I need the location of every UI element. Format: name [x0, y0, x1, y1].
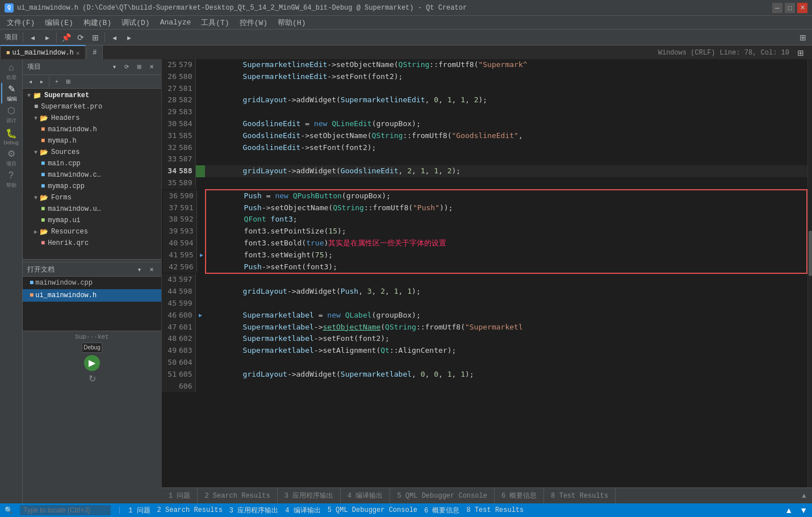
menu-analyze[interactable]: Analyze	[156, 17, 196, 28]
tree-item-pro[interactable]: ■ Supermarket.pro	[23, 101, 161, 112]
lineno-580: 580	[179, 71, 196, 83]
toolbar-nav-btn[interactable]: ◂	[107, 31, 121, 44]
step-run-btn[interactable]: ↻	[89, 373, 96, 384]
statusbar-test[interactable]: 8 Test Results	[466, 506, 524, 514]
tree-item-forms[interactable]: ▼ 📂 Forms	[23, 192, 161, 203]
sidebar-project-btn[interactable]: ⚙ 项目	[1, 148, 22, 168]
bottom-panel-toggle[interactable]: ▲	[801, 491, 807, 499]
open-doc-mainwindow-cpp[interactable]: ■ mainwindow.cpp	[23, 277, 161, 289]
gutter-38: 38	[163, 214, 180, 226]
menu-tools[interactable]: 工具(T)	[196, 16, 233, 29]
tree-item-sources[interactable]: ▼ 📂 Sources	[23, 147, 161, 158]
menu-file[interactable]: 文件(F)	[2, 16, 39, 29]
statusbar-appoutput[interactable]: 3 应用程序输出	[229, 506, 278, 515]
code-line-599: 45 599	[162, 298, 807, 310]
tab-expand-btn[interactable]: ⊞	[794, 46, 807, 60]
tree-item-mainwindow-ui[interactable]: ■ mainwindow.u…	[23, 203, 161, 215]
file-tree-sync-btn[interactable]: ⟳	[122, 62, 132, 72]
open-docs-close-btn[interactable]: ✕	[147, 264, 157, 274]
bottom-tab-compile[interactable]: 4 编译输出	[341, 488, 390, 503]
statusbar-issues[interactable]: 1 问题	[128, 506, 150, 515]
tab-close-btn[interactable]: ✕	[76, 49, 80, 57]
tree-item-mymap-ui[interactable]: ■ mymap.ui	[23, 215, 161, 226]
toolbar-pin-btn[interactable]: 📌	[59, 31, 73, 44]
statusbar-overview[interactable]: 6 概要信息	[424, 506, 459, 515]
tree-item-mymap-cpp[interactable]: ■ mymap.cpp	[23, 181, 161, 192]
tree-item-supermarket[interactable]: ▼ 📁 Supermarket	[23, 90, 161, 101]
filter-btn2[interactable]: ⊞	[63, 77, 73, 87]
debug-mini-btn[interactable]: Debug	[82, 343, 102, 353]
bottom-tab-overview[interactable]: 6 概要信息	[495, 488, 544, 503]
close-button[interactable]: ✕	[797, 3, 807, 13]
toolbar-sync-btn[interactable]: ⟳	[74, 31, 87, 44]
tree-item-headers[interactable]: ▼ 📂 Headers	[23, 112, 161, 124]
sidebar-edit-btn[interactable]: ✎ 编辑	[1, 83, 22, 103]
ui-icon1: ■	[41, 205, 45, 213]
code-line-581: 27 581	[162, 83, 807, 95]
statusbar-down-btn[interactable]: ▼	[800, 506, 807, 515]
tab-hash[interactable]: #	[86, 45, 103, 60]
sidebar-help-btn[interactable]: ? 帮助	[1, 169, 22, 190]
add-btn[interactable]: +	[52, 77, 62, 87]
statusbar-compile[interactable]: 4 编译输出	[285, 506, 320, 515]
nav-fwd-btn[interactable]: ▸	[36, 77, 47, 87]
toolbar-extra-btn[interactable]: ⊞	[796, 31, 810, 44]
tree-item-mymap-h[interactable]: ■ mymap.h	[23, 135, 161, 147]
code-line-586: 32 586 GoodslineEdit->setFont(font2);	[162, 142, 807, 154]
bottom-tab-appoutput[interactable]: 3 应用程序输出	[278, 488, 341, 503]
resources-arrow: ▶	[34, 228, 37, 235]
toolbar-fwd-btn[interactable]: ▸	[40, 31, 54, 44]
bottom-tab-search[interactable]: 2 Search Results	[198, 488, 277, 503]
toolbar-nav2-btn[interactable]: ▸	[122, 31, 136, 44]
code-line-589: 35 589	[162, 177, 807, 189]
tree-item-resources[interactable]: ▶ 📂 Resources	[23, 226, 161, 237]
lineno-585: 585	[179, 130, 196, 142]
sidebar-design-btn[interactable]: ⬡ 设计	[1, 105, 22, 125]
file-tree-filter-btn[interactable]: ⊞	[134, 62, 144, 72]
sidebar-debug-btn[interactable]: 🐛 Debug	[1, 126, 22, 147]
toolbar-back-btn[interactable]: ◂	[26, 31, 39, 44]
tree-item-mainwindow-h[interactable]: ■ mainwindow.h	[23, 124, 161, 135]
line-content-604	[205, 357, 807, 369]
tab-ui-mainwindow[interactable]: ■ ui_mainwindow.h ✕	[0, 45, 86, 60]
nav-back-btn[interactable]: ◂	[25, 77, 35, 87]
tree-label-sources: Sources	[51, 148, 79, 156]
line-content-588: gridLayout->addWidget(GoodslineEdit, 2, …	[205, 165, 807, 177]
lineno-596: 596	[180, 261, 197, 273]
toolbar-filter-btn[interactable]: ⊞	[89, 31, 102, 44]
statusbar-up-btn[interactable]: ▲	[785, 506, 793, 515]
bottom-tab-test[interactable]: 8 Test Results	[544, 488, 616, 503]
file-tree-content[interactable]: ▼ 📁 Supermarket ■ Supermarket.pro ▼ 📂 He…	[23, 89, 161, 259]
maximize-button[interactable]: □	[785, 3, 795, 13]
statusbar-qml[interactable]: 5 QML Debugger Console	[328, 506, 417, 514]
open-docs-menu-btn[interactable]: ▾	[134, 264, 144, 274]
menu-widgets[interactable]: 控件(W)	[235, 16, 272, 29]
menu-build[interactable]: 构建(B)	[79, 16, 116, 29]
tab-hash-label: #	[93, 49, 97, 57]
sidebar-welcome-btn[interactable]: ⌂ 欢迎	[1, 61, 22, 82]
editor-scrollbar[interactable]	[807, 59, 812, 487]
gutter-27: 27	[162, 83, 179, 95]
gutter-40: 40	[163, 237, 180, 249]
code-container[interactable]: 25 579 SupermarketlineEdit->setObjectNam…	[162, 59, 812, 487]
tree-item-mainwindow-cpp[interactable]: ■ mainwindow.c…	[23, 169, 161, 181]
scrollbar-thumb[interactable]	[809, 231, 812, 276]
menu-debug[interactable]: 调试(D)	[117, 16, 154, 29]
statusbar-search[interactable]: 2 Search Results	[157, 506, 223, 514]
bottom-tab-issues[interactable]: 1 问题	[162, 488, 198, 503]
code-viewport[interactable]: 25 579 SupermarketlineEdit->setObjectNam…	[162, 59, 807, 487]
tree-item-henrik-qrc[interactable]: ■ Henrik.qrc	[23, 237, 161, 249]
run-btn[interactable]: ▶	[84, 355, 100, 371]
locate-input[interactable]	[20, 505, 111, 515]
doc-cpp-icon: ■	[30, 279, 34, 287]
menu-edit[interactable]: 编辑(E)	[40, 16, 77, 29]
open-doc-ui-mainwindow[interactable]: ■ ui_mainwindow.h	[23, 289, 161, 302]
file-tree-close-btn[interactable]: ✕	[147, 62, 157, 72]
tree-item-main-cpp[interactable]: ■ main.cpp	[23, 158, 161, 169]
bottom-tab-qml[interactable]: 5 QML Debugger Console	[390, 488, 494, 503]
file-tree-menu-btn[interactable]: ▾	[109, 62, 119, 72]
minimize-button[interactable]: ─	[772, 3, 782, 13]
gutter-45: 45	[162, 298, 179, 310]
menu-help[interactable]: 帮助(H)	[273, 16, 310, 29]
lineno-582: 582	[179, 94, 196, 106]
